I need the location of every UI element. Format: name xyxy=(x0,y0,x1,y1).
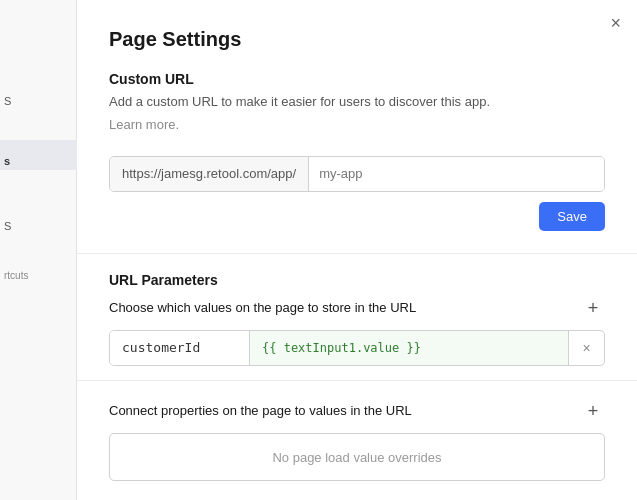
section-divider-1 xyxy=(77,253,637,254)
url-parameters-title: URL Parameters xyxy=(109,272,605,288)
save-button[interactable]: Save xyxy=(539,202,605,231)
connect-properties-section: Connect properties on the page to values… xyxy=(109,399,605,481)
param-value: {{ textInput1.value }} xyxy=(250,331,568,365)
page-title: Page Settings xyxy=(109,28,605,51)
custom-url-label: Custom URL xyxy=(109,71,605,87)
url-input-row: https://jamesg.retool.com/app/ xyxy=(109,156,605,192)
save-row: Save xyxy=(109,202,605,231)
url-parameters-section: URL Parameters Choose which values on th… xyxy=(109,272,605,366)
url-prefix: https://jamesg.retool.com/app/ xyxy=(110,157,309,191)
add-override-button[interactable]: + xyxy=(581,399,605,423)
custom-url-description: Add a custom URL to make it easier for u… xyxy=(109,92,605,112)
url-suffix-input[interactable] xyxy=(309,157,604,191)
connect-properties-label: Connect properties on the page to values… xyxy=(109,403,412,418)
sidebar-shortcuts: rtcuts xyxy=(4,270,28,281)
sidebar-item-s1: S xyxy=(4,95,11,107)
sidebar-active-item xyxy=(0,140,77,170)
add-param-button[interactable]: + xyxy=(581,296,605,320)
no-overrides-label: No page load value overrides xyxy=(272,450,441,465)
settings-panel: × Page Settings Custom URL Add a custom … xyxy=(77,0,637,500)
remove-param-button[interactable]: × xyxy=(568,331,604,365)
url-parameters-header: URL Parameters Choose which values on th… xyxy=(109,272,605,320)
custom-url-section: Custom URL Add a custom URL to make it e… xyxy=(109,71,605,231)
choose-values-label: Choose which values on the page to store… xyxy=(109,300,416,315)
no-overrides-box: No page load value overrides xyxy=(109,433,605,481)
sidebar-item-s3: S xyxy=(4,220,11,232)
learn-more-link[interactable]: Learn more. xyxy=(109,117,179,132)
param-row: customerId {{ textInput1.value }} × xyxy=(109,330,605,366)
sidebar-item-s2: s xyxy=(4,155,10,167)
close-icon: × xyxy=(610,13,621,33)
section-divider-2 xyxy=(77,380,637,381)
sidebar: S s S xyxy=(0,0,77,500)
close-button[interactable]: × xyxy=(610,14,621,32)
param-key: customerId xyxy=(110,331,250,365)
